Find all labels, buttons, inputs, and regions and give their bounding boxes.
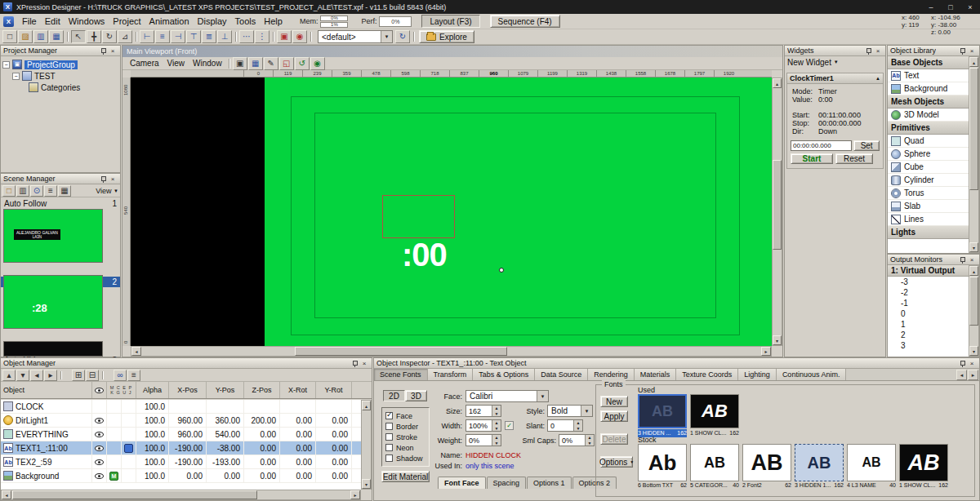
- library-item[interactable]: Primitives: [888, 122, 969, 135]
- preset-combo[interactable]: <default> ▼: [318, 30, 393, 43]
- inspector-tab[interactable]: Rendering: [588, 369, 635, 380]
- layer-checkbox-row[interactable]: Shadow: [385, 453, 425, 463]
- align-bottom-icon[interactable]: ⊥: [217, 30, 232, 43]
- framebuffer-item[interactable]: 3: [888, 340, 969, 351]
- close-panel-icon[interactable]: ×: [108, 175, 118, 184]
- vscroll-thumb[interactable]: [773, 160, 782, 250]
- column-zpos[interactable]: Z-Pos: [244, 382, 280, 398]
- layer-checkbox-row[interactable]: Neon: [385, 442, 425, 453]
- inspector-tab[interactable]: Transform: [428, 369, 474, 380]
- thumbnail-view-icon[interactable]: ▦: [58, 185, 71, 197]
- fullscreen-icon[interactable]: ▣: [233, 57, 247, 70]
- checkbox-icon[interactable]: [385, 412, 393, 419]
- demote-icon[interactable]: ▸: [44, 370, 57, 381]
- scroll-left-icon[interactable]: ◂: [131, 347, 141, 356]
- save-icon[interactable]: ▥: [33, 30, 48, 43]
- pin-icon[interactable]: [957, 255, 967, 264]
- menu-item[interactable]: Display: [194, 15, 231, 28]
- clock-text-object[interactable]: :00: [402, 238, 447, 271]
- close-panel-icon[interactable]: ×: [967, 47, 977, 55]
- minimize-button[interactable]: –: [921, 0, 941, 14]
- menu-item[interactable]: Tools: [231, 15, 261, 28]
- used-in-value[interactable]: only this scene: [466, 459, 514, 472]
- take-online-icon[interactable]: ◉: [292, 30, 307, 43]
- visibility-eye-icon[interactable]: [95, 473, 104, 479]
- preset-combo-arrow[interactable]: ▼: [381, 31, 392, 42]
- column-object[interactable]: Object: [1, 382, 92, 398]
- framebuffer-item[interactable]: -3: [888, 277, 969, 287]
- scroll-down-icon[interactable]: ▾: [773, 335, 782, 345]
- scene-thumbnail-name[interactable]: ALEJANDRO GALVAN LA3N: [3, 209, 103, 263]
- font-sub-tab[interactable]: Options 1: [527, 477, 572, 489]
- scroll-left-icon[interactable]: ◂: [2, 490, 11, 499]
- object-manager-hscrollbar[interactable]: ◂ ▸: [1, 490, 361, 500]
- list-view-icon[interactable]: ≡: [44, 185, 57, 197]
- reset-button[interactable]: Reset: [835, 153, 873, 164]
- app-menu-icon[interactable]: X: [3, 16, 14, 27]
- scroll-down-icon[interactable]: ▾: [969, 242, 978, 252]
- font-apply-button[interactable]: Apply: [600, 410, 628, 422]
- library-item[interactable]: Lines: [888, 213, 969, 226]
- close-button[interactable]: ×: [960, 0, 980, 14]
- toolbar-separator[interactable]: [58, 370, 71, 381]
- duplicate-scene-icon[interactable]: ▥: [16, 185, 29, 197]
- vscroll-thumb[interactable]: [969, 277, 978, 326]
- set-button[interactable]: Set: [853, 140, 880, 151]
- align-middle-icon[interactable]: ≣: [202, 30, 216, 43]
- table-row[interactable]: CLOCK 100.0: [1, 400, 361, 414]
- distribute-h-icon[interactable]: ⋯: [239, 30, 254, 43]
- menu-item[interactable]: Animation: [145, 15, 194, 28]
- scroll-right-icon[interactable]: ▸: [761, 347, 771, 356]
- timer-time-input[interactable]: 00:00:00.000: [791, 140, 852, 151]
- column-ypos[interactable]: Y-Pos: [207, 382, 244, 398]
- view-menu[interactable]: View: [163, 57, 189, 69]
- link-objects-icon[interactable]: ∞: [114, 370, 127, 381]
- expand-all-icon[interactable]: ⊞: [72, 370, 85, 381]
- viewport-vscrollbar[interactable]: ▴ ▾: [772, 78, 782, 346]
- library-item[interactable]: 3D Model: [888, 109, 969, 122]
- new-project-icon[interactable]: □: [2, 30, 17, 43]
- viewport-canvas[interactable]: :00: [131, 78, 772, 346]
- save-all-icon[interactable]: ▦: [49, 30, 64, 43]
- tree-item-categories[interactable]: Categories: [2, 82, 118, 93]
- scroll-up-icon[interactable]: ▴: [773, 78, 782, 88]
- font-new-button[interactable]: New: [600, 396, 628, 407]
- used-font-tile[interactable]: AB: [690, 394, 739, 428]
- grid-icon[interactable]: ▦: [248, 57, 263, 70]
- distribute-v-icon[interactable]: ⋮: [255, 30, 270, 43]
- stock-font-tile[interactable]: AB: [847, 444, 896, 481]
- library-item[interactable]: Ab Text: [888, 69, 969, 82]
- inspector-tab[interactable]: Tabs & Options: [473, 369, 535, 380]
- framebuffer-item[interactable]: 0: [888, 308, 969, 319]
- menu-item[interactable]: Help: [260, 15, 287, 28]
- hscroll-thumb[interactable]: [12, 490, 257, 499]
- close-panel-icon[interactable]: ×: [967, 255, 977, 264]
- edit-material-button[interactable]: Edit Material: [381, 471, 430, 482]
- tree-item-test[interactable]: − TEST: [2, 70, 118, 82]
- align-center-icon[interactable]: ≡: [155, 30, 170, 43]
- checkbox-icon[interactable]: [385, 454, 393, 462]
- pin-icon[interactable]: [863, 47, 873, 55]
- scroll-up-icon[interactable]: ▴: [362, 401, 371, 410]
- vscroll-thumb[interactable]: [969, 68, 978, 190]
- align-top-icon[interactable]: ⊤: [186, 30, 201, 43]
- framebuffer-item[interactable]: -2: [888, 287, 969, 298]
- library-item[interactable]: Lights: [888, 226, 969, 239]
- scene-thumbnail-clock[interactable]: :28: [3, 275, 103, 329]
- face-combo[interactable]: Calibri▼: [466, 390, 549, 402]
- scene-thumbnail-hidden[interactable]: [3, 341, 103, 357]
- inspector-tab[interactable]: Materials: [635, 369, 677, 380]
- search-scene-icon[interactable]: ⊙: [30, 185, 43, 197]
- checkbox-icon[interactable]: [385, 423, 393, 430]
- framebuffer-item[interactable]: 2: [888, 330, 969, 340]
- width-spinner[interactable]: 100%▲▼: [466, 419, 501, 432]
- scroll-right-icon[interactable]: ▸: [350, 490, 360, 499]
- weight-spinner[interactable]: 0%▲▼: [466, 434, 501, 446]
- toolbar-separator[interactable]: [233, 30, 238, 43]
- text-object-bounds[interactable]: [382, 195, 455, 238]
- virtual-output-header[interactable]: 1: Virtual Output: [888, 265, 969, 277]
- monitors-vscrollbar[interactable]: ▴ ▾: [969, 265, 979, 357]
- toolbar-separator[interactable]: [100, 370, 113, 381]
- pin-icon[interactable]: [957, 359, 967, 368]
- table-row[interactable]: Background M 100.0 0.00 0.00 0.00 0.00 0…: [1, 469, 361, 483]
